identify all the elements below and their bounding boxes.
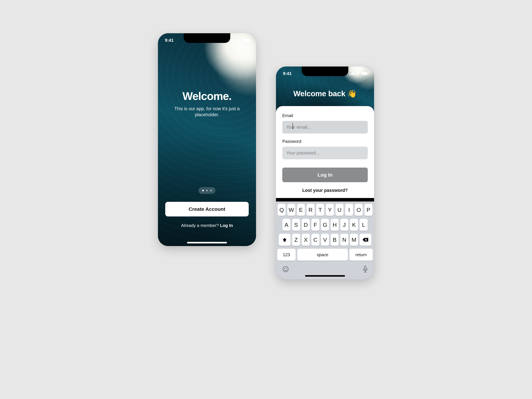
svg-rect-17 xyxy=(364,266,366,270)
device-notch xyxy=(184,33,230,43)
keyboard-row-3: Z X C V B N M xyxy=(277,234,373,246)
login-screen: 9:41 Welcome back 👋 Email Password Log I… xyxy=(276,66,374,279)
key-e[interactable]: E xyxy=(297,204,305,216)
login-card: Email Password Log In Lost your password… xyxy=(276,106,374,198)
svg-rect-9 xyxy=(352,73,353,75)
svg-rect-12 xyxy=(362,72,367,75)
key-v[interactable]: V xyxy=(321,234,329,246)
keyboard-row-1: Q W E R T Y U I O P xyxy=(277,204,373,216)
email-field-wrap: Email xyxy=(282,113,368,133)
key-j[interactable]: J xyxy=(340,219,348,231)
key-p[interactable]: P xyxy=(364,204,372,216)
lost-password-link[interactable]: Lost your password? xyxy=(282,188,368,193)
create-account-button[interactable]: Create Account xyxy=(165,202,249,216)
password-label: Password xyxy=(282,139,368,144)
svg-rect-0 xyxy=(231,41,232,42)
key-u[interactable]: U xyxy=(336,204,343,216)
key-i[interactable]: I xyxy=(345,204,353,216)
welcome-title: Welcome. xyxy=(183,90,232,102)
key-return[interactable]: return xyxy=(349,249,373,261)
text-cursor xyxy=(293,123,293,129)
dictation-button[interactable] xyxy=(363,266,368,273)
wifi-icon xyxy=(355,72,360,75)
key-k[interactable]: K xyxy=(350,219,358,231)
keyboard-bottom-row xyxy=(277,264,373,279)
svg-rect-13 xyxy=(367,73,368,74)
key-n[interactable]: N xyxy=(340,234,348,246)
key-h[interactable]: H xyxy=(331,219,339,231)
key-d[interactable]: D xyxy=(302,219,310,231)
key-o[interactable]: O xyxy=(355,204,363,216)
login-button[interactable]: Log In xyxy=(282,168,368,182)
svg-rect-2 xyxy=(234,39,234,42)
device-notch xyxy=(302,66,348,76)
login-link[interactable]: Log In xyxy=(220,223,233,228)
email-input[interactable] xyxy=(282,121,368,133)
key-f[interactable]: F xyxy=(311,219,319,231)
backspace-icon xyxy=(362,238,368,242)
already-member-text: Already a member? xyxy=(181,223,220,228)
svg-rect-5 xyxy=(244,39,249,41)
shift-icon xyxy=(282,238,287,242)
key-y[interactable]: Y xyxy=(326,204,334,216)
key-space[interactable]: space xyxy=(297,249,348,261)
cellular-icon xyxy=(349,72,354,75)
password-field-wrap: Password xyxy=(282,139,368,159)
password-input[interactable] xyxy=(282,147,368,159)
already-member-line: Already a member? Log In xyxy=(158,223,256,228)
battery-icon xyxy=(243,38,250,42)
svg-rect-8 xyxy=(350,73,351,75)
svg-rect-3 xyxy=(235,39,236,42)
svg-rect-6 xyxy=(250,40,250,41)
emoji-icon xyxy=(282,266,289,272)
email-label: Email xyxy=(282,113,368,118)
key-backspace[interactable] xyxy=(360,234,371,246)
keyboard-row-2: A S D F G H J K L xyxy=(277,219,373,231)
key-m[interactable]: M xyxy=(350,234,358,246)
status-indicators xyxy=(349,72,368,75)
microphone-icon xyxy=(363,266,368,273)
key-b[interactable]: B xyxy=(331,234,339,246)
key-123[interactable]: 123 xyxy=(277,249,296,261)
key-shift[interactable] xyxy=(279,234,291,246)
home-indicator[interactable] xyxy=(305,275,345,277)
key-s[interactable]: S xyxy=(292,219,300,231)
status-time: 9:41 xyxy=(283,71,291,76)
key-q[interactable]: Q xyxy=(278,204,286,216)
svg-rect-7 xyxy=(349,74,350,75)
svg-rect-1 xyxy=(232,40,233,42)
login-title: Welcome back 👋 xyxy=(276,89,374,98)
home-indicator[interactable] xyxy=(187,242,227,243)
page-dot-1[interactable] xyxy=(202,190,204,191)
svg-point-16 xyxy=(286,268,287,269)
svg-point-14 xyxy=(283,266,288,272)
status-indicators xyxy=(231,38,250,42)
emoji-keyboard-button[interactable] xyxy=(282,266,289,272)
cellular-icon xyxy=(231,39,236,42)
wifi-icon xyxy=(237,38,242,42)
key-t[interactable]: T xyxy=(316,204,324,216)
keyboard-row-4: 123 space return xyxy=(277,249,373,261)
key-c[interactable]: C xyxy=(311,234,319,246)
key-z[interactable]: Z xyxy=(292,234,300,246)
key-l[interactable]: L xyxy=(360,219,367,231)
svg-point-15 xyxy=(284,268,285,269)
page-indicator[interactable] xyxy=(198,187,215,194)
svg-rect-10 xyxy=(353,72,354,75)
key-r[interactable]: R xyxy=(307,204,315,216)
welcome-subtitle: This is our app, for now it's just a pla… xyxy=(171,106,243,118)
key-g[interactable]: G xyxy=(321,219,329,231)
ios-keyboard: Q W E R T Y U I O P A S D F G H J K L Z xyxy=(276,202,374,279)
key-w[interactable]: W xyxy=(287,204,295,216)
key-a[interactable]: A xyxy=(282,219,291,231)
status-time: 9:41 xyxy=(165,38,174,43)
page-dot-2[interactable] xyxy=(206,190,208,191)
welcome-screen: 9:41 Welcome. This is our app, for now i… xyxy=(158,33,256,246)
battery-icon xyxy=(361,72,368,75)
page-dot-3[interactable] xyxy=(210,190,212,191)
key-x[interactable]: X xyxy=(302,234,310,246)
